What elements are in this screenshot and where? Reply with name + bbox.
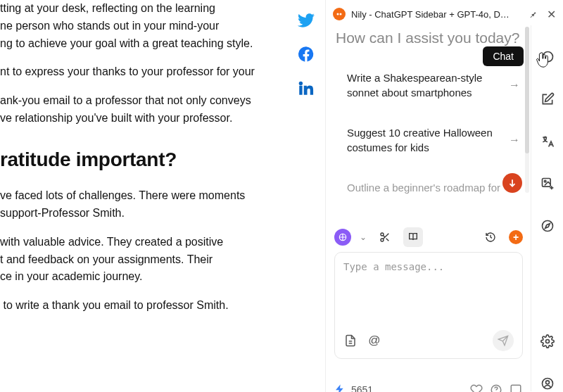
facebook-icon[interactable] <box>296 44 317 65</box>
social-share-column <box>296 10 317 99</box>
nily-logo-icon <box>333 8 346 20</box>
document-icon[interactable] <box>343 334 358 348</box>
translate-icon[interactable] <box>540 134 555 149</box>
bolt-icon <box>334 384 346 393</box>
twitter-icon[interactable] <box>296 10 317 31</box>
article-body: tting at your desk, reflecting on the le… <box>0 0 282 392</box>
send-button[interactable] <box>493 330 514 351</box>
message-composer: @ <box>334 252 523 359</box>
profile-icon[interactable] <box>540 376 555 391</box>
article-text: ng to achieve your goal with a great tea… <box>0 37 253 49</box>
svg-point-7 <box>544 180 546 182</box>
article-text: ve faced lots of challenges. There were … <box>0 189 245 201</box>
article-text: t and feedback on your assignments. Thei… <box>0 253 213 265</box>
arrow-right-icon: → <box>503 77 520 93</box>
article-heading: ratitude important? <box>0 144 282 175</box>
model-select-icon[interactable] <box>334 229 351 246</box>
panel-footer: 5651 <box>334 383 523 392</box>
svg-point-0 <box>337 13 339 15</box>
svg-point-3 <box>381 233 384 236</box>
suggestion-text: Write a Shakespearean-style sonnet about… <box>347 70 503 100</box>
book-icon[interactable] <box>403 227 423 247</box>
article-text: nt to express your thanks to your profes… <box>0 65 255 77</box>
heart-icon[interactable] <box>469 383 483 392</box>
article-text: to write a thank you email to professor … <box>0 299 229 311</box>
article-text: support-Professor Smith. <box>0 207 125 219</box>
svg-point-11 <box>545 381 549 384</box>
mention-icon[interactable]: @ <box>367 334 381 348</box>
gear-icon[interactable] <box>540 334 555 349</box>
suggestion-text: Outline a beginner's roadmap for <box>347 180 500 195</box>
edit-icon[interactable] <box>540 91 555 107</box>
nily-sidebar-panel: Nily - ChatGPT Sidebar + GPT-4o, D… ✕ Ho… <box>325 0 563 392</box>
token-count: 5651 <box>351 384 373 392</box>
panel-title: Nily - ChatGPT Sidebar + GPT-4o, D… <box>351 9 521 20</box>
history-icon[interactable] <box>481 227 500 247</box>
message-input[interactable] <box>343 261 514 329</box>
pin-icon[interactable] <box>526 8 539 20</box>
article-text: ve relationship you've built with your p… <box>0 112 232 124</box>
panel-header: Nily - ChatGPT Sidebar + GPT-4o, D… ✕ <box>326 0 563 25</box>
close-icon[interactable]: ✕ <box>545 8 557 20</box>
chevron-down-icon[interactable]: ⌄ <box>360 232 367 242</box>
vertical-toolbar <box>531 25 563 391</box>
arrow-right-icon: → <box>503 132 520 148</box>
suggestion-text: Suggest 10 creative Halloween costumes f… <box>347 125 503 155</box>
svg-point-9 <box>545 340 549 343</box>
scroll-down-button[interactable] <box>502 173 522 193</box>
compass-icon[interactable] <box>540 218 555 234</box>
article-text: ce in your academic journey. <box>0 270 142 282</box>
suggestions-list: Write a Shakespearean-style sonnet about… <box>326 58 531 202</box>
svg-point-5 <box>491 385 501 392</box>
composer-toolbar: ⌄ + <box>334 227 523 248</box>
hand-cursor-icon <box>535 52 550 73</box>
chat-tooltip: Chat <box>483 46 524 66</box>
article-text: ank-you email to a professor that not on… <box>0 94 251 106</box>
article-text: with valuable advice. They created a pos… <box>0 236 223 248</box>
svg-point-8 <box>542 221 552 232</box>
linkedin-icon[interactable] <box>296 77 317 99</box>
comment-icon[interactable] <box>509 383 523 392</box>
article-text: ne person who stands out in your mind-yo… <box>0 20 219 32</box>
help-icon[interactable] <box>489 383 503 392</box>
new-chat-button[interactable]: + <box>509 230 523 244</box>
svg-point-1 <box>340 13 342 15</box>
suggestion-item[interactable]: Suggest 10 creative Halloween costumes f… <box>347 113 524 167</box>
svg-point-4 <box>381 239 384 241</box>
scissors-icon[interactable] <box>375 227 395 247</box>
article-text: tting at your desk, reflecting on the le… <box>0 2 215 14</box>
image-add-icon[interactable] <box>540 176 555 191</box>
suggestion-item[interactable]: Outline a beginner's roadmap for <box>347 167 524 202</box>
